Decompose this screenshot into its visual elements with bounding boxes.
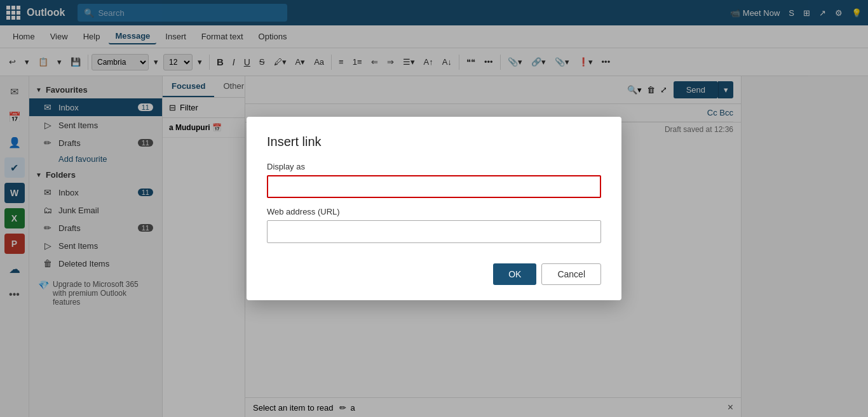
url-label: Web address (URL): [267, 207, 601, 216]
cancel-button[interactable]: Cancel: [541, 263, 601, 285]
modal-buttons: OK Cancel: [267, 263, 601, 285]
modal-overlay: Insert link Display as Web address (URL)…: [0, 0, 868, 417]
url-input[interactable]: [267, 220, 601, 243]
insert-link-modal: Insert link Display as Web address (URL)…: [247, 117, 621, 300]
display-as-label: Display as: [267, 162, 601, 171]
modal-title: Insert link: [267, 135, 601, 149]
ok-button[interactable]: OK: [493, 263, 536, 285]
display-as-input[interactable]: [267, 175, 601, 198]
